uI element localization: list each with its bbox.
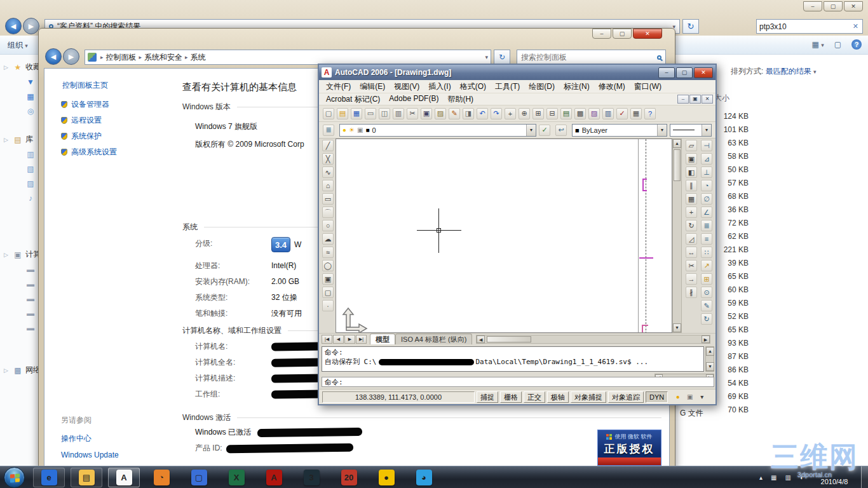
command-history[interactable]: 命令: 自动保存到 C:\ Data\Local\Temp\Drawing1_1… — [322, 346, 704, 372]
properties-icon[interactable]: ▤ — [560, 108, 572, 119]
maximize-button[interactable]: ▢ — [676, 67, 693, 78]
dim-linear-icon[interactable]: ⊣ — [701, 140, 712, 151]
menu-item[interactable]: 视图(V) — [390, 81, 424, 92]
extend-icon[interactable]: → — [686, 273, 697, 285]
revision-cloud-icon[interactable]: ☁ — [322, 233, 334, 245]
first-tab-icon[interactable]: |◀ — [322, 335, 332, 344]
tray-network-icon[interactable]: ▥ — [785, 474, 791, 481]
coordinates-readout[interactable]: 138.3389, 111.4173, 0.0000 — [322, 391, 475, 403]
center-mark-icon[interactable]: ⊙ — [701, 287, 712, 298]
toolbar-lock-icon[interactable]: ▣ — [684, 391, 695, 402]
scroll-down-icon[interactable]: ▼ — [706, 362, 714, 371]
taskbar-clock[interactable]: 2010/4/8 — [808, 468, 860, 487]
undo-icon[interactable]: ↶ — [477, 108, 488, 119]
scroll-left-icon[interactable]: ◀ — [477, 336, 485, 343]
experience-index-badge[interactable]: 3.4 — [271, 237, 290, 252]
zoom-window-icon[interactable]: ⊞ — [532, 108, 544, 119]
scroll-up-icon[interactable]: ▲ — [673, 139, 681, 148]
help-button[interactable]: ? — [851, 39, 862, 50]
array-icon[interactable]: ▦ — [686, 193, 697, 205]
scrollbar-thumb[interactable] — [674, 149, 681, 181]
plot-preview-icon[interactable]: ◫ — [379, 108, 390, 119]
arrange-by-value[interactable]: 最匹配的结果 — [766, 67, 811, 76]
views-button[interactable]: ▦ ▾ — [811, 40, 824, 49]
sidebar-task-link[interactable]: 系统保护 — [61, 131, 117, 141]
make-object-layer-current-icon[interactable]: ✓ — [539, 125, 550, 136]
taskbar-qq-icon[interactable]: ◕ — [408, 468, 440, 487]
color-dropdown[interactable]: ■ ByLayer ▾ — [572, 124, 667, 137]
cut-icon[interactable]: ✂ — [407, 108, 418, 119]
taskbar-ie-icon[interactable]: e — [33, 468, 65, 487]
chevron-down-icon[interactable]: ▾ — [526, 125, 536, 136]
drawing-canvas[interactable] — [336, 139, 672, 333]
status-toggle-button[interactable]: 正交 — [524, 391, 545, 403]
address-dropdown-icon[interactable]: ▾ — [485, 54, 488, 60]
maximize-button[interactable]: ▢ — [824, 1, 843, 11]
status-toggle-button[interactable]: DYN — [646, 391, 668, 403]
layer-properties-manager-icon[interactable]: ≣ — [323, 125, 334, 136]
zoom-previous-icon[interactable]: ⊟ — [546, 108, 558, 119]
status-toggle-button[interactable]: 栅格 — [500, 391, 522, 403]
tray-volume-icon[interactable]: ◖ — [799, 474, 803, 481]
new-icon[interactable]: ▢ — [323, 108, 334, 119]
designcenter-icon[interactable]: ▩ — [574, 108, 586, 119]
see-also-link[interactable]: 操作中心 — [61, 433, 119, 444]
back-button[interactable]: ◀ — [45, 48, 62, 65]
dim-aligned-icon[interactable]: ⊿ — [701, 153, 712, 165]
horizontal-scrollbar[interactable]: ◀ ▶ — [476, 335, 710, 344]
status-toggle-button[interactable]: 捕捉 — [477, 391, 498, 403]
dim-angular-icon[interactable]: ∠ — [701, 207, 712, 218]
erase-icon[interactable]: ▱ — [686, 140, 697, 151]
sidebar-item-home[interactable]: 控制面板主页 — [62, 80, 108, 91]
minimize-button[interactable]: – — [658, 67, 675, 78]
taskbar-autocad-red-icon[interactable]: 20 — [333, 468, 365, 487]
command-input-line[interactable]: 命令: — [322, 377, 714, 387]
circle-icon[interactable]: ○ — [322, 220, 334, 231]
publish-icon[interactable]: ▥ — [393, 108, 404, 119]
sidebar-task-link[interactable]: 设备管理器 — [61, 99, 117, 109]
menu-item[interactable]: 帮助(H) — [443, 94, 478, 105]
spline-icon[interactable]: ≈ — [322, 247, 334, 258]
taskbar-explorer-icon[interactable]: ▤ — [71, 468, 102, 487]
menu-item[interactable]: 文件(F) — [322, 81, 355, 92]
mirror-icon[interactable]: ◧ — [686, 166, 697, 178]
polyline-icon[interactable]: ∿ — [322, 166, 334, 178]
scrollbar-thumb[interactable] — [487, 336, 531, 342]
paste-icon[interactable]: ▨ — [435, 108, 446, 119]
scroll-right-icon[interactable]: ▶ — [702, 336, 710, 343]
last-tab-icon[interactable]: ▶| — [356, 335, 367, 344]
construction-line-icon[interactable]: ╳ — [322, 153, 334, 165]
breadcrumb-item[interactable]: 系统和安全 — [144, 52, 182, 63]
expander-icon[interactable]: ▷ — [4, 137, 10, 143]
status-toggle-button[interactable]: 对象捕捉 — [571, 391, 606, 403]
start-button[interactable] — [4, 467, 25, 488]
refresh-button[interactable]: ↻ — [682, 19, 699, 34]
layout-tab[interactable]: 模型 — [370, 334, 395, 345]
quick-leader-icon[interactable]: ↗ — [701, 260, 712, 271]
save-icon[interactable]: ▦ — [351, 108, 362, 119]
menu-item[interactable]: 修改(M) — [594, 81, 630, 92]
block-editor-icon[interactable]: ◨ — [463, 108, 474, 119]
tolerance-icon[interactable]: ⊞ — [701, 273, 712, 285]
dim-baseline-icon[interactable]: ≡ — [701, 233, 712, 245]
mdi-minimize-button[interactable]: – — [677, 95, 689, 104]
communication-center-icon[interactable]: ● — [672, 391, 683, 402]
tray-expand-icon[interactable]: ▴ — [759, 474, 763, 481]
layer-previous-icon[interactable]: ↩ — [555, 125, 567, 136]
stretch-icon[interactable]: ↔ — [686, 247, 697, 258]
rectangle-icon[interactable]: ▭ — [322, 193, 334, 205]
chevron-down-icon[interactable]: ▾ — [702, 125, 711, 136]
arc-icon[interactable]: ⌒ — [322, 207, 334, 218]
quick-dimension-icon[interactable]: ≣ — [701, 220, 712, 231]
trim-icon[interactable]: ✂ — [686, 260, 697, 271]
menu-item[interactable]: 工具(T) — [491, 81, 524, 92]
tool-palettes-icon[interactable]: ▨ — [588, 108, 600, 119]
back-button[interactable]: ◀ — [5, 18, 22, 34]
menu-item[interactable]: 插入(I) — [424, 81, 455, 92]
search-box[interactable]: ✕ — [756, 19, 863, 34]
dim-diameter-icon[interactable]: ∅ — [701, 193, 712, 205]
line-icon[interactable]: ╱ — [322, 140, 334, 151]
zoom-realtime-icon[interactable]: ⊕ — [519, 108, 530, 119]
chevron-down-icon[interactable]: ▾ — [657, 125, 667, 136]
taskbar-app-orange-icon[interactable]: ◔ — [146, 468, 177, 487]
